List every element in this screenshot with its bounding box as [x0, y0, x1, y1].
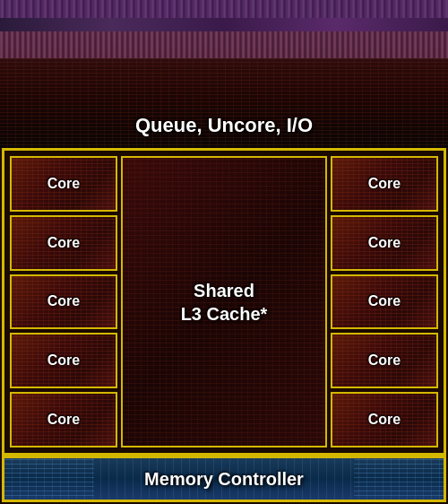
- core-cell-right-0: Core: [331, 156, 438, 212]
- memory-right-pattern: [354, 458, 444, 500]
- queue-section: Queue, Uncore, I/O: [0, 31, 448, 148]
- core-label-left-0: Core: [47, 176, 80, 192]
- memory-left-pattern: [4, 458, 94, 500]
- core-label-left-2: Core: [47, 293, 80, 309]
- cache-label: SharedL3 Cache*: [181, 279, 268, 326]
- memory-section: Memory Controller: [2, 456, 446, 502]
- memory-label: Memory Controller: [144, 469, 304, 490]
- core-cell-left-1: Core: [10, 215, 117, 271]
- core-label-right-3: Core: [368, 352, 401, 369]
- core-label-left-3: Core: [47, 352, 80, 369]
- top-pads: [0, 0, 448, 18]
- core-label-right-2: Core: [368, 293, 401, 309]
- second-row: [0, 18, 448, 31]
- core-cell-right-2: Core: [331, 274, 438, 330]
- core-cell-right-1: Core: [331, 215, 438, 271]
- core-label-right-1: Core: [368, 235, 401, 251]
- core-cell-left-0: Core: [10, 156, 117, 212]
- left-cores: Core Core Core Core Core: [10, 156, 117, 448]
- queue-label: Queue, Uncore, I/O: [135, 114, 313, 137]
- chip-diagram: Queue, Uncore, I/O Core Core Core Core: [0, 0, 448, 504]
- core-cell-left-2: Core: [10, 274, 117, 330]
- core-label-left-1: Core: [47, 235, 80, 251]
- core-grid: Core Core Core Core Core SharedL3 Cache*: [4, 151, 444, 453]
- core-cell-left-4: Core: [10, 392, 117, 448]
- core-cell-right-3: Core: [331, 333, 438, 388]
- right-cores: Core Core Core Core Core: [331, 156, 438, 448]
- center-cache: SharedL3 Cache*: [121, 156, 327, 448]
- core-label-left-4: Core: [47, 412, 80, 428]
- core-cell-left-3: Core: [10, 333, 117, 388]
- main-section: Core Core Core Core Core SharedL3 Cache*: [2, 148, 446, 456]
- core-cell-right-4: Core: [331, 392, 438, 448]
- core-label-right-4: Core: [368, 412, 401, 428]
- core-label-right-0: Core: [368, 176, 401, 192]
